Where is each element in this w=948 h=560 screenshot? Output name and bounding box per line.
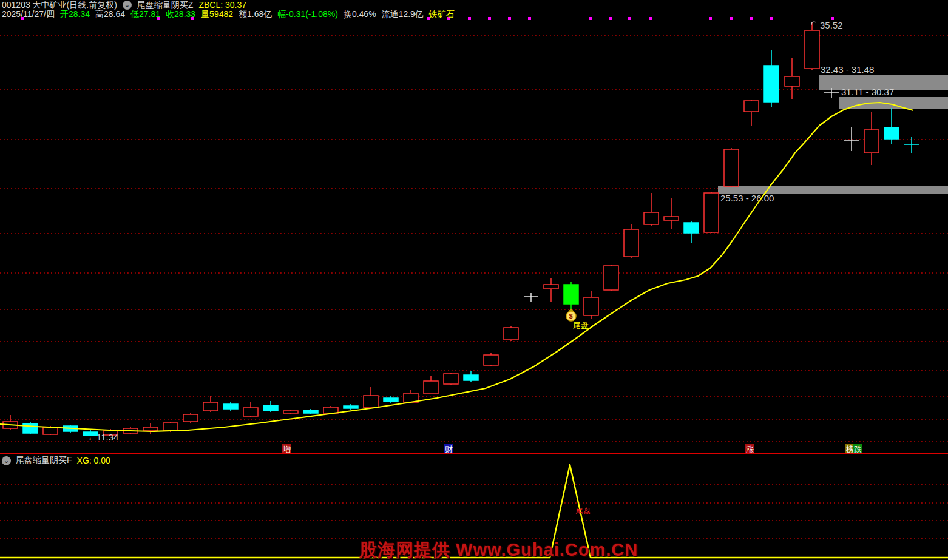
candle-body: [744, 101, 759, 112]
resistance-band-label: 32.43 - 31.48: [821, 64, 874, 75]
watermark: 股海网提供 Www.Guhai.Com.CN: [359, 538, 638, 560]
candle-body: [344, 406, 358, 408]
quote-field: 额1.68亿: [239, 10, 272, 19]
candle-body: [424, 381, 438, 394]
candle-body: [303, 410, 318, 413]
event-marker-char: 榜: [845, 445, 854, 454]
signal-dot: [628, 17, 631, 20]
candle-body: [23, 423, 38, 433]
signal-dot: [528, 17, 531, 20]
candle-body: [283, 411, 298, 413]
candle-body: [644, 212, 659, 224]
signal-dot: [508, 17, 511, 20]
indicator-signal-label: 尾盘: [575, 507, 591, 516]
quote-field: 开28.34: [60, 10, 90, 19]
signal-dot: [750, 17, 753, 20]
low-price-label: ←11.34: [87, 432, 118, 442]
candle-body: [684, 223, 699, 233]
candle-body: [724, 149, 739, 186]
stock-title: 001203 大中矿业(日线.前复权): [2, 1, 117, 10]
candle-body: [624, 229, 638, 257]
candle-body: [143, 427, 158, 431]
candle-body: [163, 423, 178, 431]
candle-body: [243, 408, 258, 416]
candle-body: [203, 402, 218, 411]
candle-body: [584, 297, 598, 315]
candle-body: [704, 193, 719, 232]
trading-app-window: 32.43 - 31.4831.11 - 30.3725.53 - 26.003…: [0, 0, 948, 560]
quote-field: 低27.81: [130, 10, 160, 19]
quote-field: 换0.46%: [344, 10, 376, 19]
candle-body: [884, 127, 899, 139]
candle-body: [864, 130, 879, 153]
candle-body: [544, 285, 558, 289]
resistance-band-label: 31.11 - 30.37: [841, 87, 894, 97]
tail-session-buy-label: 尾盘: [573, 321, 589, 330]
event-marker-char: 涨: [746, 445, 754, 454]
signal-dot: [730, 17, 733, 20]
quote-field: 流通12.9亿: [382, 10, 424, 19]
candle-body: [785, 76, 799, 86]
quote-bar: 2025/11/27/四开28.34高28.64低27.81收28.33量594…: [2, 10, 455, 19]
quote-field: 高28.64: [95, 10, 125, 19]
quote-field: 2025/11/27/四: [2, 10, 55, 19]
quote-field: 量59482: [201, 10, 233, 19]
high-price-label: 35.52: [820, 20, 843, 30]
sub-indicator-header: ⌄ 尾盘缩量阴买F XG: 0.00: [2, 455, 110, 466]
signal-dot: [770, 17, 773, 20]
signal-dot: [488, 17, 491, 20]
main-indicator-value: ZBCL: 30.37: [198, 1, 246, 10]
quote-field: 幅-0.31(-1.08%): [277, 10, 338, 19]
candle-body: [504, 328, 518, 340]
candle-body: [43, 427, 58, 434]
signal-dot: [609, 17, 612, 20]
quote-field: 铁矿石: [429, 10, 455, 19]
signal-dot: [709, 17, 712, 20]
candle-body: [183, 414, 198, 422]
candle-body: [805, 30, 819, 69]
sub-indicator-name[interactable]: 尾盘缩量阴买F: [16, 455, 72, 466]
candlestick-chart[interactable]: 32.43 - 31.4831.11 - 30.3725.53 - 26.003…: [0, 0, 948, 560]
candle-body: [664, 217, 679, 220]
candle-body: [464, 375, 478, 380]
signal-dot: [468, 17, 471, 20]
money-bag-dollar-glyph: $: [569, 312, 573, 320]
candle-body: [604, 266, 618, 290]
quote-field: 收28.33: [166, 10, 195, 19]
event-marker-char: 增: [282, 445, 291, 454]
resistance-band-label: 25.53 - 26.00: [720, 193, 774, 203]
candle-body: [263, 405, 278, 411]
candle-body: [384, 398, 398, 402]
candle-body: [444, 374, 458, 384]
candle-body: [223, 404, 238, 409]
resistance-band: [839, 97, 948, 109]
signal-dot: [589, 17, 592, 20]
event-marker-char: 跌: [854, 445, 862, 454]
candle-body: [764, 66, 779, 102]
candle-body: [364, 396, 378, 408]
main-indicator-name[interactable]: 尾盘缩量阴买Z: [137, 1, 194, 10]
chevron-down-icon[interactable]: ⌄: [2, 456, 11, 465]
signal-dot: [649, 17, 652, 20]
event-marker-char: 财: [445, 445, 453, 454]
candle-body: [564, 285, 578, 304]
sub-indicator-value: XG: 0.00: [77, 456, 110, 465]
chart-header: 001203 大中矿业(日线.前复权) ⌄ 尾盘缩量阴买Z ZBCL: 30.3…: [2, 1, 246, 10]
candle-body: [484, 355, 498, 365]
chevron-down-icon[interactable]: ⌄: [123, 1, 132, 10]
